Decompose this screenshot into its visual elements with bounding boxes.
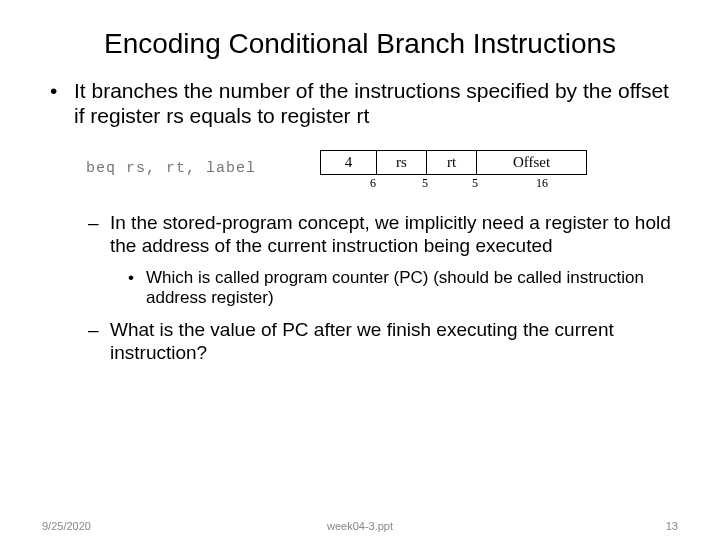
bits-rt: 5 bbox=[472, 176, 478, 191]
bits-rs: 5 bbox=[422, 176, 428, 191]
diagram-code: beq rs, rt, label bbox=[86, 160, 256, 177]
bullet-dot: • bbox=[42, 78, 74, 128]
bullet-text: In the stored-program concept, we implic… bbox=[110, 212, 678, 258]
bullet-level1: • It branches the number of the instruct… bbox=[42, 78, 678, 128]
bullet-dash: – bbox=[88, 319, 110, 365]
encoding-fields-table: 4 rs rt Offset bbox=[320, 150, 587, 175]
field-rt: rt bbox=[427, 151, 477, 175]
field-offset: Offset bbox=[477, 151, 587, 175]
bullet-dot-small: • bbox=[128, 268, 146, 309]
bullet-level2: – In the stored-program concept, we impl… bbox=[88, 212, 678, 258]
bullet-text: What is the value of PC after we finish … bbox=[110, 319, 678, 365]
slide-title: Encoding Conditional Branch Instructions bbox=[42, 28, 678, 60]
bullet-level2: – What is the value of PC after we finis… bbox=[88, 319, 678, 365]
field-opcode: 4 bbox=[321, 151, 377, 175]
bits-offset: 16 bbox=[536, 176, 548, 191]
bits-opcode: 6 bbox=[370, 176, 376, 191]
bullet-level3: • Which is called program counter (PC) (… bbox=[128, 268, 678, 309]
instruction-diagram: beq rs, rt, label 4 rs rt Offset 6 5 5 1… bbox=[82, 142, 678, 210]
footer-filename: week04-3.ppt bbox=[0, 520, 720, 532]
bullet-dash: – bbox=[88, 212, 110, 258]
bullet-text: Which is called program counter (PC) (sh… bbox=[146, 268, 678, 309]
bullet-text: It branches the number of the instructio… bbox=[74, 78, 678, 128]
field-rs: rs bbox=[377, 151, 427, 175]
footer-page-number: 13 bbox=[666, 520, 678, 532]
